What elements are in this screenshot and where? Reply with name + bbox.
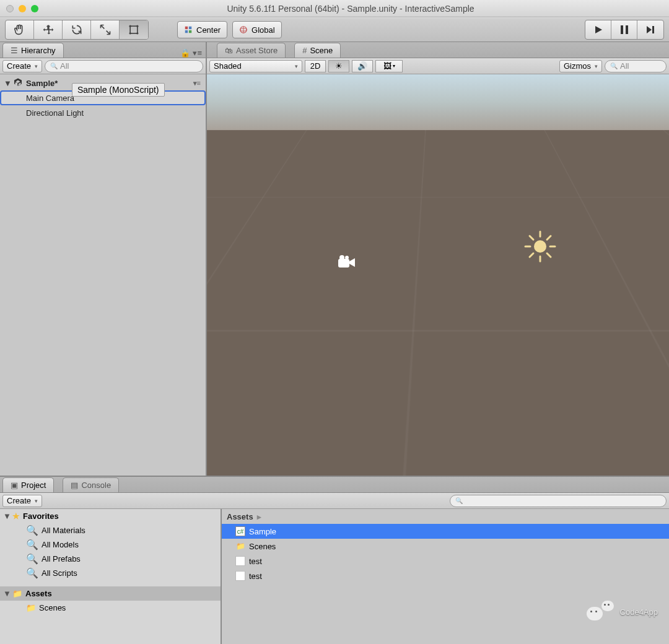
play-controls (585, 20, 664, 40)
svg-rect-5 (185, 27, 188, 29)
star-icon: ★ (12, 511, 20, 521)
favorites-header[interactable]: ▼ ★ Favorites (0, 509, 221, 523)
project-create-dropdown[interactable]: Create (2, 495, 42, 507)
camera-gizmo[interactable] (338, 255, 357, 270)
hierarchy-panel: ☰ Hierarchy 🔒 ▾≡ Create All ▼ Sample* (0, 42, 207, 476)
list-icon: ☰ (11, 46, 18, 55)
expand-arrow-icon[interactable]: ▼ (3, 589, 9, 598)
minimize-window-button[interactable] (19, 5, 26, 12)
asset-test-2[interactable]: test (222, 568, 669, 583)
csharp-icon: c# (235, 526, 245, 536)
viewport-sky (207, 74, 669, 130)
grid-icon: # (302, 46, 307, 55)
directional-light-gizmo[interactable] (523, 229, 558, 264)
scene-panel: 🛍 Asset Store # Scene Shaded 2D ☀ 🔊 🖼▾ G… (207, 42, 669, 476)
search-icon: 🔍 (26, 553, 38, 565)
tab-console[interactable]: ▤ Console (63, 477, 119, 492)
image-icon: 🖼 (383, 61, 391, 71)
traffic-lights (6, 5, 38, 12)
svg-point-3 (129, 32, 131, 34)
svg-point-25 (345, 256, 349, 259)
hierarchy-create-dropdown[interactable]: Create (2, 60, 42, 72)
svg-line-19 (530, 236, 533, 240)
gizmos-dropdown[interactable]: Gizmos (559, 60, 602, 72)
svg-rect-12 (626, 25, 628, 34)
tab-asset-store[interactable]: 🛍 Asset Store (217, 43, 286, 58)
tab-scene[interactable]: # Scene (294, 43, 341, 58)
svg-rect-6 (189, 27, 191, 29)
asset-sample-script[interactable]: c# Sample (222, 524, 669, 539)
window-titlebar: Unity 5.6.1f1 Personal (64bit) - Sample.… (0, 0, 669, 17)
favorite-all-prefabs[interactable]: 🔍All Prefabs (0, 552, 221, 566)
unity-logo-icon (12, 77, 24, 89)
folder-icon: 📁 (235, 541, 245, 551)
hierarchy-tab-label: Hierarchy (21, 46, 56, 55)
sun-icon: ☀ (335, 61, 343, 71)
hand-tool-button[interactable] (6, 20, 34, 39)
project-search-input[interactable] (450, 495, 667, 507)
tab-hierarchy[interactable]: ☰ Hierarchy (2, 43, 64, 58)
assets-root[interactable]: ▼ 📁 Assets (0, 586, 221, 601)
effects-dropdown[interactable]: 🖼▾ (375, 60, 403, 72)
play-icon (593, 25, 603, 35)
svg-rect-0 (130, 26, 138, 33)
scene-viewport[interactable] (207, 74, 669, 476)
expand-arrow-icon[interactable]: ▼ (4, 79, 10, 88)
hierarchy-tree: ▼ Sample* ▾≡ Sample (MonoScript) Main Ca… (0, 74, 206, 476)
mode-2d-toggle[interactable]: 2D (305, 60, 326, 72)
viewport-ground (207, 130, 669, 476)
asset-test-1[interactable]: test (222, 554, 669, 568)
svg-rect-13 (652, 26, 654, 33)
favorite-all-models[interactable]: 🔍All Models (0, 537, 221, 552)
move-tool-button[interactable] (34, 20, 63, 39)
space-mode-button[interactable]: Global (232, 21, 282, 38)
expand-arrow-icon[interactable]: ▼ (3, 511, 9, 521)
file-icon (235, 571, 245, 581)
shading-mode-dropdown[interactable]: Shaded (209, 60, 302, 72)
hierarchy-item-directional-light[interactable]: Directional Light (0, 105, 206, 120)
lighting-toggle[interactable]: ☀ (328, 60, 349, 72)
svg-rect-8 (189, 30, 191, 33)
pause-button[interactable] (611, 20, 637, 39)
close-window-button[interactable] (6, 5, 14, 12)
rect-tool-button[interactable] (120, 20, 148, 39)
scale-tool-button[interactable] (91, 20, 120, 39)
scene-menu-icon[interactable]: ▾≡ (193, 79, 206, 87)
transform-tool-group (5, 20, 149, 40)
drag-tooltip: Sample (MonoScript) (72, 83, 165, 97)
speaker-icon: 🔊 (357, 61, 367, 71)
folder-scenes[interactable]: 📁 Scenes (0, 601, 221, 615)
maximize-window-button[interactable] (31, 5, 38, 12)
hierarchy-search-input[interactable]: All (45, 60, 203, 72)
project-subbar: Create (0, 493, 669, 509)
svg-line-20 (547, 253, 551, 257)
step-button[interactable] (637, 20, 663, 39)
scale-icon (99, 24, 112, 36)
panel-menu-icon[interactable]: ▾≡ (193, 48, 202, 58)
favorite-all-materials[interactable]: 🔍All Materials (0, 523, 221, 537)
play-button[interactable] (585, 20, 611, 39)
svg-point-4 (136, 32, 138, 34)
chevron-right-icon: ▸ (257, 512, 261, 521)
folder-icon: 📁 (26, 603, 36, 612)
lock-icon[interactable]: 🔒 (180, 48, 190, 58)
hierarchy-tabrow: ☰ Hierarchy 🔒 ▾≡ (0, 42, 206, 58)
svg-rect-23 (338, 259, 349, 268)
bag-icon: 🛍 (225, 46, 233, 55)
favorite-all-scripts[interactable]: 🔍All Scripts (0, 566, 221, 580)
asset-scenes-folder[interactable]: 📁 Scenes (222, 539, 669, 554)
audio-toggle[interactable]: 🔊 (352, 60, 373, 72)
wechat-icon (587, 601, 614, 623)
hierarchy-subbar: Create All (0, 58, 206, 74)
svg-line-21 (547, 236, 551, 240)
svg-rect-11 (621, 25, 623, 34)
scene-search-input[interactable]: All (605, 60, 667, 72)
hand-icon (13, 23, 27, 37)
svg-point-24 (339, 255, 344, 260)
rotate-tool-button[interactable] (63, 20, 91, 39)
tab-project[interactable]: ▣ Project (2, 477, 54, 492)
globe-icon (239, 25, 248, 34)
project-breadcrumb[interactable]: Assets ▸ (222, 509, 669, 524)
pivot-mode-button[interactable]: Center (177, 21, 227, 38)
folder-icon: ▣ (11, 481, 18, 490)
